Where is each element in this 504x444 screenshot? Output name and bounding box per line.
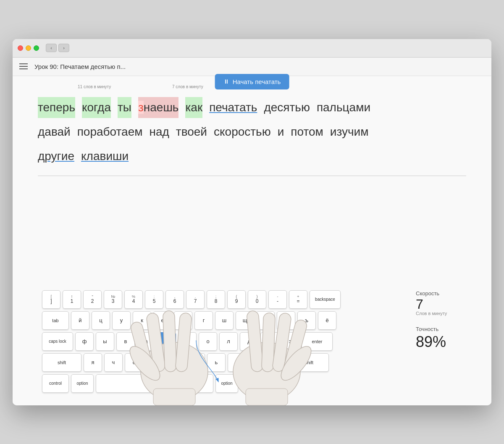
close-button[interactable] (18, 45, 23, 51)
stats-panel: Скорость 7 Слов в минуту Точность 89% (416, 286, 466, 361)
key-я[interactable]: я (84, 353, 102, 372)
word-твоей: твоей (176, 121, 207, 142)
char-error: з (138, 101, 144, 114)
forward-button[interactable]: › (58, 44, 69, 52)
hands-illustration (103, 279, 338, 405)
toolbar: Урок 90: Печатаем десятью п... (13, 58, 491, 76)
start-button[interactable]: Начать печатать (215, 74, 289, 89)
key-control[interactable]: control (42, 374, 69, 393)
maximize-button[interactable] (34, 45, 39, 51)
nav-arrows: ‹ › (46, 44, 69, 52)
traffic-lights (18, 45, 39, 51)
word-знаешь: знаешь (138, 97, 179, 118)
separator (38, 176, 466, 176)
key-caps[interactable]: caps lock (42, 332, 73, 351)
app-window: ‹ › Урок 90: Печатаем десятью п... Начат… (13, 39, 491, 405)
word-десятью: десятью (264, 97, 310, 118)
speed-stat: Скорость 7 Слов в минуту (416, 290, 466, 316)
accuracy-label: Точность (416, 326, 466, 332)
minimize-button[interactable] (26, 45, 31, 51)
text-line-1: теперь когда ты знаешь как печатать деся… (38, 97, 466, 118)
keyboard-wrapper: [] !1 "2 №3 %4 :5 ,6 .7 ;8 (9 )0 -- += b… (38, 286, 403, 397)
word-когда: когда (82, 97, 111, 118)
back-button[interactable]: ‹ (46, 44, 57, 52)
key-ф[interactable]: ф (75, 332, 94, 351)
text-line-2: давай поработаем над твоей скоростью и п… (38, 121, 466, 142)
typing-area: Начать печатать 11 слов в минуту 7 слов … (38, 97, 466, 176)
key-tab[interactable]: tab (42, 311, 69, 330)
keyboard-section: [] !1 "2 №3 %4 :5 ,6 .7 ;8 (9 )0 -- += b… (13, 278, 491, 405)
word-печатать: печатать (209, 97, 257, 118)
key-bracket[interactable]: [] (42, 290, 60, 309)
start-button-label: Начать печатать (233, 78, 281, 85)
titlebar: ‹ › (13, 39, 491, 58)
key-shift-left[interactable]: shift (42, 353, 81, 372)
word-давай: давай (38, 121, 71, 142)
speed-value: 7 (416, 297, 423, 312)
main-content: Начать печатать 11 слов в минуту 7 слов … (13, 76, 491, 278)
svg-rect-12 (153, 389, 195, 405)
speed-value-container: 7 Слов в минуту (416, 297, 466, 316)
word-над: над (149, 121, 169, 142)
key-1[interactable]: !1 (63, 290, 81, 309)
speed-unit: Слов в минуту (416, 311, 466, 316)
svg-rect-13 (246, 389, 288, 405)
word-клавиши: клавиши (81, 146, 129, 167)
speed-label: Скорость (416, 290, 466, 297)
svg-rect-3 (163, 310, 176, 372)
word-другие: другие (38, 146, 74, 167)
word-ты: ты (118, 97, 131, 118)
speed-label-1: 11 слов в минуту (78, 84, 111, 89)
key-2[interactable]: "2 (83, 290, 102, 309)
key-й[interactable]: й (71, 311, 89, 330)
menu-button[interactable] (19, 63, 28, 69)
key-option-left[interactable]: option (71, 374, 94, 393)
word-теперь: теперь (38, 97, 75, 118)
word-скоростью: скоростью (214, 121, 271, 142)
word-как: как (185, 97, 202, 118)
speed-label-2: 7 слов в минуту (172, 84, 203, 89)
accuracy-stat: Точность 89% (416, 326, 466, 351)
page-title: Урок 90: Печатаем десятью п... (34, 63, 126, 70)
word-пальцами: пальцами (317, 97, 370, 118)
accuracy-value: 89% (416, 333, 466, 351)
text-line-3: другие клавиши (38, 146, 466, 167)
word-поработаем: поработаем (77, 121, 143, 142)
word-потом: потом (291, 121, 323, 142)
word-и: и (278, 121, 284, 142)
word-изучим: изучим (330, 121, 369, 142)
